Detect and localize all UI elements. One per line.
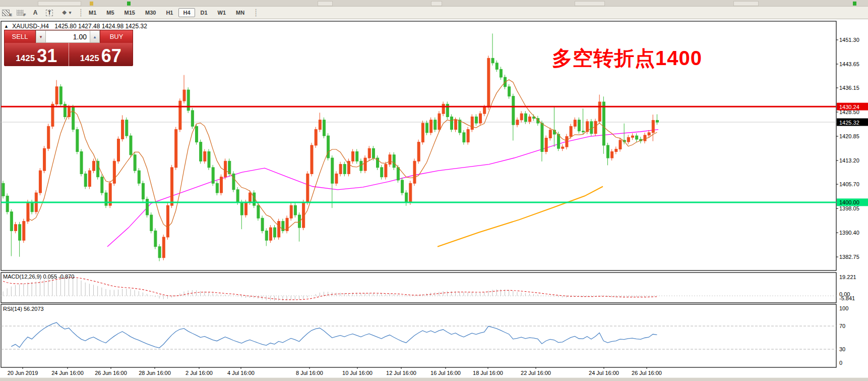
svg-text:1451.30: 1451.30 (839, 37, 859, 43)
trade-panel-prices: 1425 31 1425 67 (5, 43, 133, 66)
svg-text:16 Jul 16:00: 16 Jul 16:00 (430, 370, 461, 376)
rsi-level-lines (1, 326, 836, 349)
sell-price-pips: 31 (37, 48, 57, 64)
svg-text:70: 70 (839, 323, 845, 329)
sell-price-main: 1425 (16, 54, 35, 64)
ma-fast-line (28, 80, 657, 230)
buy-price-pips: 67 (101, 48, 121, 64)
svg-text:4 Jul 16:00: 4 Jul 16:00 (227, 370, 255, 376)
ma-slow-line (438, 187, 603, 247)
macd-histogram (3, 276, 657, 301)
price-badge: 1400.00 (837, 198, 868, 206)
svg-text:1400.00: 1400.00 (839, 199, 859, 205)
svg-text:2 Jul 16:00: 2 Jul 16:00 (185, 370, 213, 376)
svg-text:22 Jul 16:00: 22 Jul 16:00 (521, 370, 551, 376)
chart-annotation-text: 多空转折点1400 (552, 44, 702, 72)
svg-text:1405.70: 1405.70 (839, 181, 859, 187)
mt4-window: E F A T ❖ ▾ ┊ M1M5M15M30H1H4D1W1MN ┊ 145… (0, 0, 868, 381)
indicator-axis-labels: 19.2210.00-5.84110070300 (839, 274, 856, 366)
svg-text:12 Jul 16:00: 12 Jul 16:00 (386, 370, 416, 376)
price-badge: 1425.32 (837, 119, 868, 126)
ma-mid-line (107, 130, 658, 247)
lot-decrease-button[interactable]: ▾ (36, 30, 46, 43)
sell-button[interactable]: SELL (5, 30, 36, 43)
svg-text:1382.75: 1382.75 (839, 254, 859, 260)
chart-symbol-label: XAUUSD-,H4 (12, 23, 49, 30)
buy-price-main: 1425 (80, 54, 99, 64)
svg-text:20 Jun 2019: 20 Jun 2019 (8, 370, 38, 376)
sell-price-display[interactable]: 1425 31 (5, 43, 69, 66)
macd-signal-line (3, 278, 657, 300)
svg-text:30: 30 (839, 346, 845, 352)
buy-button[interactable]: BUY (100, 30, 133, 43)
lot-increase-button[interactable]: ▴ (90, 30, 100, 43)
svg-text:1425.32: 1425.32 (839, 120, 859, 126)
one-click-trade-panel: SELL ▾ 1.00 ▴ BUY 1425 31 1425 67 (4, 30, 133, 66)
spin-up-icon: ▴ (94, 34, 96, 39)
buy-price-display[interactable]: 1425 67 (69, 43, 133, 66)
svg-text:0: 0 (839, 360, 842, 366)
svg-text:1430.24: 1430.24 (839, 104, 859, 110)
price-axis[interactable]: 1451.301443.651436.151428.501420.851413.… (836, 37, 859, 260)
rsi-label: RSI(14) 56.2073 (3, 306, 44, 312)
spin-down-icon: ▾ (40, 34, 42, 39)
rsi-line (11, 322, 657, 348)
svg-text:24 Jun 16:00: 24 Jun 16:00 (51, 370, 84, 376)
svg-text:1436.15: 1436.15 (839, 85, 859, 91)
svg-text:1413.20: 1413.20 (839, 157, 859, 164)
trade-panel-controls: SELL ▾ 1.00 ▴ BUY (5, 30, 133, 43)
svg-text:19.221: 19.221 (839, 274, 856, 280)
time-axis[interactable]: 20 Jun 201924 Jun 16:0026 Jun 16:0028 Ju… (8, 367, 662, 376)
svg-text:26 Jun 16:00: 26 Jun 16:00 (95, 370, 127, 376)
svg-text:24 Jul 16:00: 24 Jul 16:00 (589, 370, 619, 376)
svg-text:10 Jul 16:00: 10 Jul 16:00 (342, 370, 373, 376)
svg-text:-5.841: -5.841 (839, 295, 855, 301)
svg-text:1443.65: 1443.65 (839, 61, 859, 67)
chart-ohlc-values: 1425.80 1427.48 1424.98 1425.32 (54, 23, 147, 30)
svg-text:28 Jun 16:00: 28 Jun 16:00 (139, 370, 171, 376)
svg-text:1390.40: 1390.40 (839, 230, 859, 236)
svg-text:1398.05: 1398.05 (839, 205, 859, 211)
svg-text:100: 100 (839, 305, 848, 311)
collapse-marker-icon: ▲ (4, 24, 9, 29)
svg-text:26 Jul 16:00: 26 Jul 16:00 (632, 370, 662, 376)
lot-size-input[interactable]: 1.00 (46, 30, 90, 43)
chart-title: ▲ XAUUSD-,H4 1425.80 1427.48 1424.98 142… (4, 23, 147, 30)
svg-text:1420.85: 1420.85 (839, 133, 859, 139)
svg-text:8 Jul 16:00: 8 Jul 16:00 (296, 370, 323, 376)
panel-borders (1, 21, 836, 367)
price-badge: 1430.24 (837, 103, 868, 111)
macd-label: MACD(12,26,9) 0.055 -0.870 (3, 274, 74, 280)
svg-text:18 Jul 16:00: 18 Jul 16:00 (473, 370, 503, 376)
